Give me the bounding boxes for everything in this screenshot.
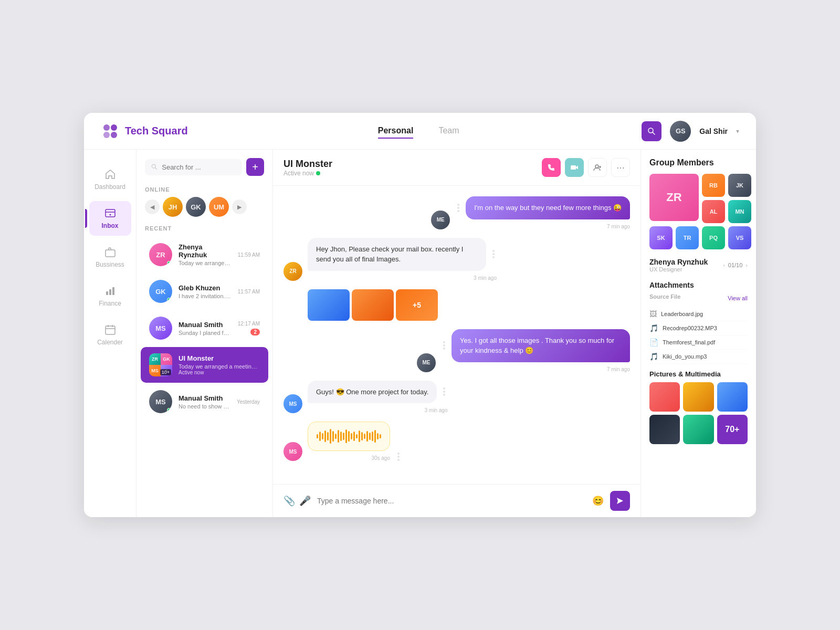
member-thumb-2[interactable]: RB bbox=[702, 174, 725, 197]
contact-item-zhenya[interactable]: ZR Zhenya Rynzhuk Today we arranged a me… bbox=[141, 237, 268, 272]
member-thumb-6[interactable]: SK bbox=[649, 226, 673, 249]
media-thumb-2[interactable] bbox=[683, 382, 713, 412]
tab-personal[interactable]: Personal bbox=[378, 124, 414, 139]
member-thumb-8[interactable]: PQ bbox=[702, 226, 725, 249]
search-button[interactable] bbox=[642, 121, 662, 141]
member-thumb-3[interactable]: JK bbox=[728, 174, 751, 197]
phone-call-button[interactable] bbox=[542, 158, 561, 177]
media-thumb-1[interactable] bbox=[649, 382, 680, 412]
more-options-button[interactable]: ⋯ bbox=[611, 158, 630, 177]
sidebar-item-calendar[interactable]: Calender bbox=[89, 318, 131, 352]
contact-name-manual-2: Manual Smith bbox=[178, 394, 230, 402]
search-input[interactable] bbox=[162, 163, 236, 171]
pagination-prev[interactable]: ‹ bbox=[723, 262, 725, 268]
message-time-1: 7 min ago bbox=[607, 224, 630, 229]
attachment-name-3: Themforest_final.pdf bbox=[663, 339, 715, 345]
attachment-name-1: Leaderboard.jpg bbox=[661, 311, 703, 317]
svg-point-3 bbox=[111, 132, 117, 138]
phone-icon bbox=[547, 163, 555, 172]
media-more-count[interactable]: 70+ bbox=[717, 415, 748, 444]
attachment-4[interactable]: 🎵 Kiki_do_you.mp3 bbox=[649, 350, 748, 364]
online-avatar-2[interactable]: GK bbox=[186, 197, 206, 217]
message-options-1[interactable] bbox=[455, 204, 461, 212]
member-thumb-9[interactable]: VS bbox=[728, 226, 751, 249]
send-button[interactable] bbox=[610, 491, 630, 511]
message-input[interactable] bbox=[317, 497, 586, 505]
audio-file-icon: 🎵 bbox=[649, 324, 658, 332]
chat-actions: ⋯ bbox=[542, 158, 630, 177]
logo-icon bbox=[101, 122, 120, 141]
attachment-1[interactable]: 🖼 Leaderboard.jpg bbox=[649, 307, 748, 321]
sidebar-item-inbox[interactable]: Inbox bbox=[89, 201, 131, 236]
member-thumb-4[interactable]: AL bbox=[702, 200, 725, 223]
recent-section-label: RECENT bbox=[136, 223, 272, 236]
pagination-next[interactable]: › bbox=[746, 262, 748, 268]
image-thumb-1[interactable] bbox=[308, 289, 350, 321]
unread-badge-manual: 2 bbox=[250, 329, 260, 335]
contact-msg-ui-monster: Today we arranged a meeting on Ryans cor… bbox=[178, 363, 260, 370]
add-contact-button[interactable]: + bbox=[246, 158, 264, 176]
contact-avatar-ui-monster: ZR GK MS + 10+ bbox=[149, 353, 172, 376]
emoji-button[interactable]: 😊 bbox=[592, 495, 604, 507]
sidebar-label-finance: Finance bbox=[99, 300, 121, 307]
audio-message[interactable] bbox=[308, 422, 390, 451]
message-options-6[interactable] bbox=[395, 453, 402, 461]
online-avatar-3[interactable]: UM bbox=[209, 197, 229, 217]
image-more[interactable]: +5 bbox=[396, 289, 438, 321]
chat-title: UI Monster bbox=[284, 159, 332, 170]
contact-list: + ONLINE ◀ JH GK UM ▶ RECENT bbox=[136, 150, 273, 517]
online-prev-arrow[interactable]: ◀ bbox=[145, 200, 160, 214]
sidebar-item-finance[interactable]: Finance bbox=[89, 279, 131, 313]
chat-status: Active now bbox=[284, 170, 332, 177]
microphone-icon[interactable]: 🎤 bbox=[299, 495, 311, 507]
message-avatar-1: ME bbox=[431, 211, 450, 229]
chevron-down-icon[interactable]: ▾ bbox=[736, 128, 739, 135]
member-grid: ZR RB JK AL MN SK TR bbox=[649, 174, 748, 249]
contact-item-gleb[interactable]: GK Gleb Khuzen I have 2 invitation. plea… bbox=[141, 274, 268, 309]
message-avatar-5: MS bbox=[284, 394, 302, 413]
view-all-button[interactable]: View all bbox=[728, 295, 748, 301]
video-call-button[interactable] bbox=[565, 158, 584, 177]
attachment-2[interactable]: 🎵 Recodrер00232.MP3 bbox=[649, 321, 748, 335]
media-thumb-5[interactable] bbox=[683, 415, 713, 444]
user-name: Gal Shir bbox=[699, 127, 728, 135]
user-avatar[interactable]: GS bbox=[670, 121, 691, 142]
tab-team[interactable]: Team bbox=[438, 124, 459, 139]
media-thumb-4[interactable] bbox=[649, 415, 680, 444]
contact-time-manual-2: Yesterday bbox=[237, 399, 260, 405]
image-thumb-2[interactable] bbox=[352, 289, 394, 321]
member-thumb-5[interactable]: MN bbox=[728, 200, 751, 223]
message-row-5: MS Guys! 😎 One more project for today. 3… bbox=[284, 381, 630, 414]
message-avatar-6: MS bbox=[284, 442, 302, 461]
message-time-6: 30s ago bbox=[308, 455, 390, 461]
message-options-2[interactable] bbox=[490, 250, 497, 258]
media-thumb-3[interactable] bbox=[717, 382, 748, 412]
attachment-icon[interactable]: 📎 bbox=[284, 495, 295, 507]
contact-name-zhenya: Zhenya Rynzhuk bbox=[178, 243, 232, 259]
input-icons: 📎 🎤 bbox=[284, 495, 311, 507]
contact-item-manual-2[interactable]: MS Manual Smith No need to show . just p… bbox=[141, 384, 268, 419]
message-options-4[interactable] bbox=[441, 341, 447, 350]
svg-point-1 bbox=[111, 124, 117, 131]
contact-item-manual[interactable]: MS Manual Smith Sunday I planed for doin… bbox=[141, 310, 268, 346]
add-member-button[interactable] bbox=[588, 158, 607, 177]
sidebar-item-dashboard[interactable]: Dashboard bbox=[89, 162, 131, 197]
online-next-arrow[interactable]: ▶ bbox=[232, 200, 247, 214]
svg-rect-9 bbox=[106, 291, 108, 295]
attachment-3[interactable]: 📄 Themforest_final.pdf bbox=[649, 335, 748, 350]
contact-avatar-zhenya: ZR bbox=[149, 243, 172, 266]
chat-messages: I'm on the way but they need few more th… bbox=[273, 186, 640, 484]
member-featured[interactable]: ZR bbox=[649, 174, 699, 221]
message-options-5[interactable] bbox=[441, 387, 447, 396]
status-dot bbox=[316, 171, 320, 175]
member-thumb-7[interactable]: TR bbox=[676, 226, 699, 249]
sidebar-item-business[interactable]: Bussiness bbox=[89, 240, 131, 275]
message-time-2: 3 min ago bbox=[308, 275, 497, 281]
right-panel: Group Members ZR RB JK AL MN bbox=[640, 150, 756, 517]
search-input-wrap[interactable] bbox=[145, 159, 242, 175]
calendar-icon bbox=[104, 324, 116, 335]
member-info: Zhenya Rynzhuk UX Designer ‹ 01/10 › bbox=[649, 258, 748, 272]
pictures-title: Pictures & Multimedia bbox=[649, 370, 748, 378]
online-avatar-1[interactable]: JH bbox=[163, 197, 183, 217]
contact-item-ui-monster[interactable]: ZR GK MS + 10+ UI Monster Today we arran… bbox=[141, 347, 268, 383]
